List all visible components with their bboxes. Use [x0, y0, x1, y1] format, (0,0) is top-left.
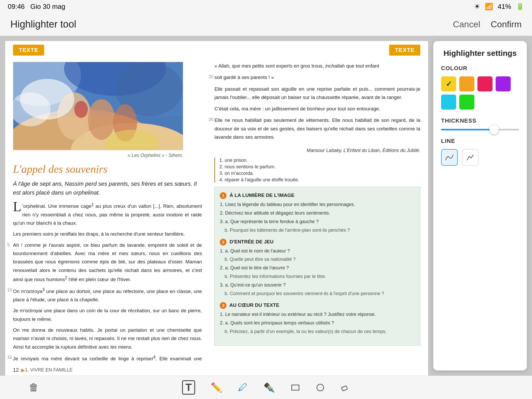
exercise-item: 1. Le narrateur est-il intérieur ou exté… — [220, 311, 415, 318]
exercise-item: b. Précisez, à partir d'un exemple, la o… — [220, 328, 415, 335]
drop-cap: L — [13, 201, 21, 212]
status-icons: ☀ 📶 41% 🔋 — [474, 3, 524, 11]
exercise-item: 2. Décrivez leur attitude et dégagez leu… — [220, 210, 415, 217]
exercise-item: b. Quelle peut être sa nationalité ? — [220, 256, 415, 263]
footnote-4: réparer à l'aiguille une étoffe trouée. — [224, 177, 420, 183]
pencil-tool-button[interactable]: ✏️ — [211, 382, 222, 393]
color-swatch-yellow[interactable] — [441, 76, 456, 91]
status-bar: 09:46 Gio 30 mag ☀ 📶 41% 🔋 — [0, 0, 532, 13]
svg-point-12 — [74, 101, 88, 118]
page-columns: « Les Orphelins » - Sihem. L'appel des s… — [5, 58, 428, 364]
line-style-straight[interactable] — [462, 149, 478, 166]
line-style-curved[interactable] — [441, 149, 458, 166]
exercise-item: b. Pourquoi les bâtiments de l'arrière-p… — [220, 227, 415, 234]
section-title: L'appel des souvenirs — [13, 163, 202, 175]
page-title: Highlighter tool — [10, 19, 76, 30]
source-citation: Mansour Labaky, L'Enfant du Liban, Éditi… — [214, 147, 420, 155]
exercise-item: 1. Lisez la légende du tableau pour en i… — [220, 201, 415, 208]
sun-icon: ☀ — [474, 3, 480, 11]
page-footer: 12 ▶ 1. VIVRE EN FAMILLE — [5, 364, 428, 376]
delete-button[interactable]: 🗑 — [21, 382, 47, 393]
color-swatch-cyan[interactable] — [441, 95, 456, 110]
toolbar-center: T ✏️ 🖊 ✒️ — [182, 380, 350, 395]
circle-tool-button[interactable] — [316, 383, 325, 392]
settings-panel: Highlighter settings COLOUR THICKNESS LI… — [433, 41, 527, 370]
footnotes: une prison. nous sentions le parfum. on … — [214, 158, 420, 183]
highlighter-tool-button[interactable]: 🖊 — [238, 382, 248, 393]
exercise-item: 3. a. Que représente la terre fendue à g… — [220, 218, 415, 225]
breadcrumb: 1. VIVRE EN FAMILLE — [25, 367, 72, 373]
svg-point-8 — [88, 99, 115, 140]
eraser-tool-button[interactable] — [341, 383, 350, 392]
colour-label: COLOUR — [441, 65, 519, 72]
pen-tool-button[interactable]: ✒️ — [263, 382, 275, 393]
svg-point-15 — [317, 384, 324, 391]
rectangle-tool-button[interactable] — [291, 383, 300, 392]
left-column: « Les Orphelins » - Sihem. L'appel des s… — [5, 58, 208, 364]
exercise-section-3: 3 AU CŒUR DU TEXTE 1. Le narrateur est-i… — [220, 302, 415, 335]
exercise-section-2: 2 D'ENTRÉE DE JEU 1. a. Quel est le nom … — [220, 239, 415, 297]
header-actions: Cancel Confirm — [453, 19, 522, 29]
texte-badge-right: TEXTE — [389, 45, 420, 56]
battery-icon: 🔋 — [516, 3, 524, 11]
book-area: TEXTE TEXTE — [0, 36, 433, 376]
svg-rect-16 — [341, 386, 348, 391]
page-number: 12 — [13, 367, 19, 373]
wifi-icon: 📶 — [485, 3, 493, 11]
exercise-section-1: 1 À LA LUMIÈRE DE L'IMAGE 1. Lisez la lé… — [220, 192, 415, 234]
exercise-panel: 1 À LA LUMIÈRE DE L'IMAGE 1. Lisez la lé… — [214, 187, 420, 345]
color-swatches — [441, 76, 519, 110]
line-label: LINE — [441, 138, 519, 144]
exercise-3-title: 3 AU CŒUR DU TEXTE — [220, 302, 415, 309]
confirm-button[interactable]: Confirm — [491, 19, 522, 29]
line-section: LINE — [441, 138, 519, 166]
footnote-2: nous sentions le parfum. — [224, 164, 420, 170]
color-swatch-pink[interactable] — [477, 76, 493, 91]
status-time: 09:46 Gio 30 mag — [8, 3, 65, 11]
settings-title: Highlighter settings — [441, 49, 519, 58]
exercise-2-title: 2 D'ENTRÉE DE JEU — [220, 239, 415, 245]
book-page: TEXTE TEXTE — [5, 41, 428, 376]
exercise-item: b. Comment et pourquoi les souvenirs vie… — [220, 290, 415, 297]
exercise-1-title: 1 À LA LUMIÈRE DE L'IMAGE — [220, 192, 415, 199]
body-text: L'orphelinat. Une immense cage1 au plus … — [13, 201, 202, 364]
intro-text: À l'âge de sept ans, Nassim perd ses par… — [13, 179, 202, 197]
color-swatch-orange[interactable] — [459, 76, 474, 91]
exercise-item: 2. a. Quels sont les principaux temps ve… — [220, 320, 415, 327]
exercise-item: 1. a. Quel est le nom de l'auteur ? — [220, 248, 415, 255]
thickness-slider-track — [441, 129, 519, 130]
texte-badge-left: TEXTE — [13, 45, 44, 56]
thickness-label: THICKNESS — [441, 117, 519, 124]
bottom-toolbar: 🗑 T ✏️ 🖊 ✒️ — [0, 376, 532, 399]
right-text: « Allah, que mes petits sont experts en … — [214, 62, 420, 155]
main-content: TEXTE TEXTE — [0, 36, 532, 376]
footnote-1: une prison. — [224, 158, 420, 163]
color-swatch-purple[interactable] — [496, 76, 511, 91]
battery-indicator: 41% — [498, 3, 511, 11]
header-bar: Highlighter tool Cancel Confirm — [0, 13, 532, 36]
line-style-buttons — [441, 149, 519, 166]
footnote-3: on m'accorda. — [224, 171, 420, 176]
cancel-button[interactable]: Cancel — [453, 19, 480, 29]
book-painting — [13, 62, 183, 150]
thickness-slider-thumb[interactable] — [489, 125, 499, 134]
text-tool-button[interactable]: T — [182, 380, 195, 395]
thickness-section: THICKNESS — [441, 117, 519, 130]
breadcrumb-arrow: ▶ — [21, 367, 25, 373]
image-caption: « Les Orphelins » - Sihem. — [13, 153, 183, 158]
exercise-item: 3. a. Qu'est-ce qu'un souvenir ? — [220, 282, 415, 289]
color-swatch-green[interactable] — [459, 95, 474, 110]
exercise-item: 2. a. Quel est le titre de l'œuvre ? — [220, 264, 415, 272]
exercise-item: b. Présentez les informations fournies p… — [220, 273, 415, 280]
toolbar-left: 🗑 — [21, 382, 47, 393]
right-column: « Allah, que mes petits sont experts en … — [208, 58, 428, 364]
svg-rect-14 — [292, 385, 299, 390]
